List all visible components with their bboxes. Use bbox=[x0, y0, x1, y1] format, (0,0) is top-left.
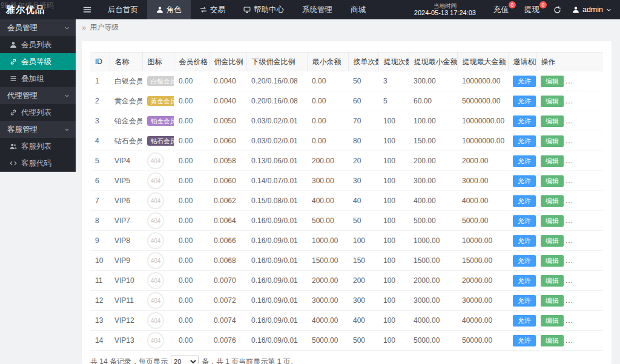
allow-button[interactable]: 允许 bbox=[513, 155, 536, 167]
cell-sub-commission: 0.16/0.09/0.01 bbox=[246, 211, 307, 231]
cell-withdraw-count: 100 bbox=[378, 131, 409, 151]
cell-actions: 编辑... bbox=[536, 151, 603, 171]
cell-min-balance: 4000.00 bbox=[307, 311, 348, 331]
cell-order-count: 150 bbox=[348, 251, 378, 271]
top-menu-item-5[interactable]: 系统管理 bbox=[293, 0, 341, 19]
sidebar-group-3[interactable]: 客服管理 bbox=[0, 121, 76, 138]
edit-button[interactable]: 编辑 bbox=[541, 335, 564, 346]
local-time-value: 2024-05-13 17:24:03 bbox=[414, 9, 476, 17]
recharge-button[interactable]: 充值 0 bbox=[486, 0, 516, 19]
sidebar-item-1-1[interactable]: 会员列表 bbox=[0, 36, 76, 53]
edit-button[interactable]: 编辑 bbox=[541, 255, 564, 267]
table-row: 1白银会员白银会员0.000.00400.20/0.16/0.080.00503… bbox=[90, 71, 603, 91]
cell-id: 4 bbox=[90, 131, 110, 151]
more-actions: ... bbox=[566, 177, 573, 185]
refresh-icon[interactable] bbox=[547, 0, 567, 19]
allow-button[interactable]: 允许 bbox=[513, 135, 536, 147]
top-menu-item-4[interactable]: 帮助中心 bbox=[234, 0, 293, 19]
allow-button[interactable]: 允许 bbox=[513, 175, 536, 187]
cell-order-count: 60 bbox=[348, 91, 378, 111]
admin-menu[interactable]: admin bbox=[567, 0, 620, 19]
missing-image-placeholder: 404 bbox=[147, 332, 164, 349]
cell-withdraw-min: 200.00 bbox=[409, 151, 457, 171]
allow-button[interactable]: 允许 bbox=[513, 295, 536, 307]
edit-button[interactable]: 编辑 bbox=[541, 195, 564, 207]
sidebar-item-1-2[interactable]: 会员等级 bbox=[0, 53, 76, 70]
edit-button[interactable]: 编辑 bbox=[541, 215, 564, 227]
cell-withdraw-max: 10000.00 bbox=[457, 231, 508, 251]
allow-button[interactable]: 允许 bbox=[513, 96, 536, 107]
edit-button[interactable]: 编辑 bbox=[541, 135, 564, 147]
allow-button[interactable]: 允许 bbox=[513, 76, 536, 87]
sidebar-item-label: 会员等级 bbox=[21, 57, 51, 67]
cell-invite-permission: 允许 bbox=[508, 171, 536, 191]
cell-name: VIP11 bbox=[110, 291, 142, 311]
local-time-label: 当地时间 bbox=[414, 2, 476, 9]
cell-price: 0.00 bbox=[174, 291, 209, 311]
allow-button[interactable]: 允许 bbox=[513, 115, 536, 127]
cell-icon: 404 bbox=[142, 171, 174, 191]
sidebar-item-1-3[interactable]: 叠加组 bbox=[0, 70, 76, 87]
top-menu: 后台首页角色交易帮助中心系统管理商城 bbox=[99, 0, 375, 19]
hamburger-icon[interactable] bbox=[76, 0, 99, 19]
allow-button[interactable]: 允许 bbox=[513, 255, 536, 267]
sidebar-item-3-2[interactable]: 客服代码 bbox=[0, 155, 76, 172]
top-menu-item-1[interactable]: 后台首页 bbox=[99, 0, 147, 19]
allow-button[interactable]: 允许 bbox=[513, 235, 536, 247]
page: 9fx雅尔优品源码 雅尔优品 后台首页角色交易帮助中心系统管理商城 当地时间 2… bbox=[0, 0, 620, 364]
sidebar-group-1[interactable]: 会员管理 bbox=[0, 19, 76, 36]
cell-withdraw-max: 10000000.00 bbox=[457, 111, 508, 131]
table-row: 4钻石会员钻石会员0.000.00600.03/0.02/0.010.00801… bbox=[90, 131, 603, 151]
allow-button[interactable]: 允许 bbox=[513, 215, 536, 227]
edit-button[interactable]: 编辑 bbox=[541, 235, 564, 247]
cell-commission: 0.0062 bbox=[209, 191, 246, 211]
page-size-select[interactable]: 20 bbox=[171, 356, 199, 364]
local-time: 当地时间 2024-05-13 17:24:03 bbox=[414, 2, 476, 18]
edit-button[interactable]: 编辑 bbox=[541, 275, 564, 287]
edit-button[interactable]: 编辑 bbox=[541, 315, 564, 327]
cell-order-count: 30 bbox=[348, 171, 378, 191]
cell-withdraw-min: 500.00 bbox=[409, 211, 457, 231]
cell-price: 0.00 bbox=[174, 71, 209, 91]
cell-withdraw-count: 100 bbox=[378, 291, 409, 311]
cell-withdraw-max: 5000000.00 bbox=[457, 91, 508, 111]
cell-invite-permission: 允许 bbox=[508, 111, 536, 131]
allow-button[interactable]: 允许 bbox=[513, 315, 536, 327]
cell-actions: 编辑... bbox=[536, 331, 603, 351]
top-menu-item-2[interactable]: 角色 bbox=[147, 0, 191, 19]
edit-button[interactable]: 编辑 bbox=[541, 115, 564, 127]
cell-withdraw-max: 20000.00 bbox=[457, 271, 508, 291]
more-actions: ... bbox=[566, 216, 573, 225]
cell-commission: 0.0050 bbox=[209, 111, 246, 131]
allow-button[interactable]: 允许 bbox=[513, 335, 536, 346]
missing-image-placeholder: 404 bbox=[147, 272, 164, 289]
cell-invite-permission: 允许 bbox=[508, 271, 536, 291]
cell-commission: 0.0076 bbox=[209, 331, 246, 351]
table-row: 8VIP74040.000.00640.16/0.09/0.01500.0050… bbox=[90, 211, 603, 231]
edit-button[interactable]: 编辑 bbox=[541, 76, 564, 87]
sidebar-item-2-1[interactable]: 代理列表 bbox=[0, 104, 76, 121]
allow-button[interactable]: 允许 bbox=[513, 275, 536, 287]
cell-withdraw-max: 4000.00 bbox=[457, 191, 508, 211]
cell-commission: 0.0064 bbox=[209, 211, 246, 231]
sidebar-group-2[interactable]: 代理管理 bbox=[0, 87, 76, 104]
cell-withdraw-count: 100 bbox=[378, 171, 409, 191]
sidebar-item-3-1[interactable]: 客服列表 bbox=[0, 138, 76, 155]
edit-button[interactable]: 编辑 bbox=[541, 295, 564, 307]
content: ID名称图标会员价格佣金比例下级佣金比例最小余额接单次数提现次数提现最小金额提现… bbox=[76, 35, 620, 364]
cell-withdraw-count: 3 bbox=[378, 71, 409, 91]
top-menu-item-6[interactable]: 商城 bbox=[341, 0, 375, 19]
table-row: 5VIP44040.000.00580.13/0.06/0.01200.0020… bbox=[90, 151, 603, 171]
edit-button[interactable]: 编辑 bbox=[541, 155, 564, 167]
cell-min-balance: 0.00 bbox=[307, 111, 348, 131]
table-row: 6VIP54040.000.00600.14/0.07/0.01300.0030… bbox=[90, 171, 603, 191]
edit-button[interactable]: 编辑 bbox=[541, 96, 564, 107]
cell-name: VIP4 bbox=[110, 151, 142, 171]
recharge-count-badge: 0 bbox=[509, 1, 516, 8]
withdraw-button[interactable]: 提现 0 bbox=[516, 0, 547, 19]
edit-button[interactable]: 编辑 bbox=[541, 175, 564, 187]
top-menu-item-3[interactable]: 交易 bbox=[191, 0, 234, 19]
column-header: ID bbox=[90, 53, 110, 71]
allow-button[interactable]: 允许 bbox=[513, 195, 536, 207]
body: 会员管理会员列表会员等级叠加组代理管理代理列表客服管理客服列表客服代码 » 用户… bbox=[0, 19, 620, 364]
